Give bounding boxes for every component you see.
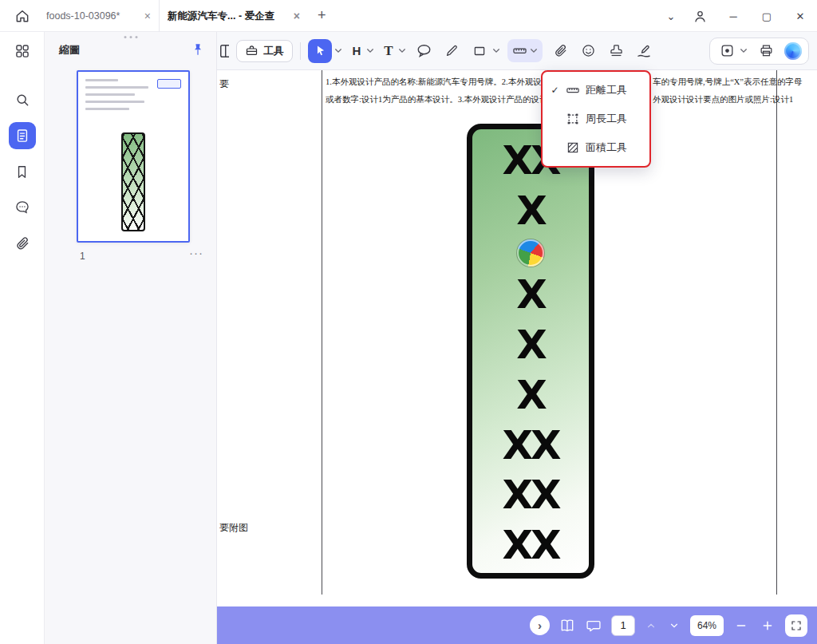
plate-characters: X <box>516 273 545 316</box>
home-icon[interactable] <box>13 6 32 26</box>
toolbar-right-group <box>709 38 809 65</box>
previous-page-icon[interactable] <box>644 618 658 633</box>
chevron-down-icon[interactable] <box>740 48 748 53</box>
plate-characters: X <box>516 189 545 232</box>
tab-label: foods-10-03096* <box>46 10 138 22</box>
app-window: foods-10-03096* × 新能源汽车专... - 爱企查 × + ⌄ … <box>0 0 817 644</box>
chevron-down-icon[interactable] <box>492 48 500 53</box>
tab-close-icon[interactable]: × <box>294 10 300 22</box>
snapshot-icon[interactable] <box>716 41 737 61</box>
panel-toggle-icon[interactable] <box>219 42 229 60</box>
thumb-text-line <box>85 93 135 96</box>
tools-label: 工具 <box>263 44 284 58</box>
doc-margin-text: 要附图 <box>219 521 248 535</box>
fit-screen-button[interactable] <box>785 614 807 637</box>
next-page-icon[interactable] <box>667 618 681 633</box>
plate-characters: X <box>516 323 545 366</box>
expand-toolbar-button[interactable]: › <box>530 615 550 635</box>
thumb-more-button[interactable]: ··· <box>189 246 203 259</box>
zoom-level[interactable]: 64% <box>690 615 724 636</box>
area-tool-icon <box>566 140 580 155</box>
chevron-down-icon[interactable] <box>530 48 538 53</box>
thumb-text-line <box>85 101 144 103</box>
apps-grid-icon[interactable] <box>9 38 36 65</box>
perimeter-tool-icon <box>566 112 580 126</box>
thumb-page-number: 1 <box>80 251 85 262</box>
doc-text-line: 车的专用号牌,号牌上“X”表示任意的字母 <box>653 77 803 88</box>
doc-text-line: 外观设计设计要点的图片或照片:设计1 <box>653 94 793 105</box>
tab-label: 新能源汽车专... - 爱企查 <box>168 10 287 23</box>
zoom-out-icon[interactable] <box>732 617 750 634</box>
snapshot-tool-group <box>716 41 748 61</box>
maximize-button[interactable]: ▢ <box>750 0 783 32</box>
print-icon[interactable] <box>756 41 776 61</box>
panel-drag-handle[interactable] <box>124 36 137 38</box>
header-tool-button[interactable]: H <box>349 44 364 57</box>
tab-close-icon[interactable]: × <box>144 10 151 22</box>
select-tool-group <box>308 39 342 63</box>
signature-icon[interactable] <box>633 41 654 61</box>
attach-file-icon[interactable] <box>550 41 570 61</box>
pin-icon[interactable] <box>191 42 207 58</box>
select-tool-button[interactable] <box>308 39 332 63</box>
menu-item-label: 周長工具 <box>586 112 627 126</box>
window-controls: ⌄ ─ ▢ ✕ <box>659 0 817 32</box>
doc-margin-text: 要 <box>219 77 229 91</box>
chevron-down-icon[interactable] <box>398 48 406 53</box>
new-tab-button[interactable]: + <box>318 7 326 23</box>
text-tool-group: T <box>381 43 406 59</box>
zoom-in-icon[interactable] <box>759 617 776 634</box>
cursor-icon <box>314 44 327 57</box>
comments-icon[interactable] <box>9 194 36 221</box>
toolbox-icon <box>245 44 259 57</box>
tools-button[interactable]: 工具 <box>236 40 293 62</box>
shape-tool-group <box>469 41 500 61</box>
bottom-bar: › 64% <box>217 606 817 644</box>
table-border-line <box>322 70 322 595</box>
plate-characters: XX <box>502 473 558 516</box>
titlebar: foods-10-03096* × 新能源汽车专... - 爱企查 × + ⌄ … <box>0 0 817 32</box>
tab-active-document[interactable]: 新能源汽车专... - 爱企查 × <box>160 0 308 32</box>
document-canvas[interactable]: 要 要附图 1.本外观设计产品的名称:新能源汽车专用号牌。2.本外观设计产品 车… <box>217 70 817 606</box>
close-button[interactable]: ✕ <box>783 0 817 32</box>
bottom-controls: › 64% <box>530 606 807 644</box>
ai-assistant-icon[interactable] <box>784 42 802 60</box>
chevron-down-icon[interactable] <box>334 48 342 53</box>
text-tool-button[interactable]: T <box>381 43 396 59</box>
toolbar: 工具 H T <box>217 32 817 70</box>
measure-tools-menu: ✓ 距離工具 周長工具 面積工具 <box>541 70 651 168</box>
account-icon[interactable] <box>683 0 716 32</box>
menu-item-label: 距離工具 <box>586 83 627 97</box>
thumb-text-line <box>85 108 129 110</box>
check-icon: ✓ <box>550 85 560 96</box>
plate-characters: XX <box>502 523 558 567</box>
page-thumbnail[interactable] <box>77 70 190 243</box>
chevron-down-icon[interactable] <box>366 48 374 53</box>
search-icon[interactable] <box>9 86 36 113</box>
reading-mode-icon[interactable] <box>558 617 576 634</box>
sidebar-item-thumbnails[interactable] <box>9 122 36 149</box>
doc-text-line: 或者数字:设计1为产品的基本设计。3.本外观设计产品的设计要点 <box>326 94 565 105</box>
toolbar-divider <box>300 42 301 60</box>
menu-item-area-tool[interactable]: 面積工具 <box>543 133 649 162</box>
rectangle-tool-icon[interactable] <box>469 41 490 61</box>
measure-tool-button[interactable] <box>507 39 543 62</box>
menu-item-perimeter-tool[interactable]: 周長工具 <box>543 105 649 133</box>
stamp-icon[interactable] <box>606 41 626 61</box>
comment-mode-icon[interactable] <box>585 617 602 634</box>
titlebar-chevron-icon[interactable]: ⌄ <box>659 0 683 32</box>
comment-tool-icon[interactable] <box>413 41 434 61</box>
menu-item-distance-tool[interactable]: ✓ 距離工具 <box>543 76 649 105</box>
tab-foods[interactable]: foods-10-03096* × <box>38 0 160 32</box>
page-number-input[interactable] <box>611 615 635 636</box>
attachments-icon[interactable] <box>9 230 36 257</box>
header-tool-group: H <box>349 44 374 57</box>
thumb-text-line <box>85 86 148 89</box>
minimize-button[interactable]: ─ <box>716 0 750 32</box>
panel-header: 縮圖 <box>59 42 207 58</box>
sticker-icon[interactable] <box>578 41 598 61</box>
new-energy-emblem-icon <box>517 239 544 267</box>
bookmark-icon[interactable] <box>9 158 36 185</box>
plate-characters: XX <box>502 424 558 467</box>
pen-tool-icon[interactable] <box>441 41 462 61</box>
